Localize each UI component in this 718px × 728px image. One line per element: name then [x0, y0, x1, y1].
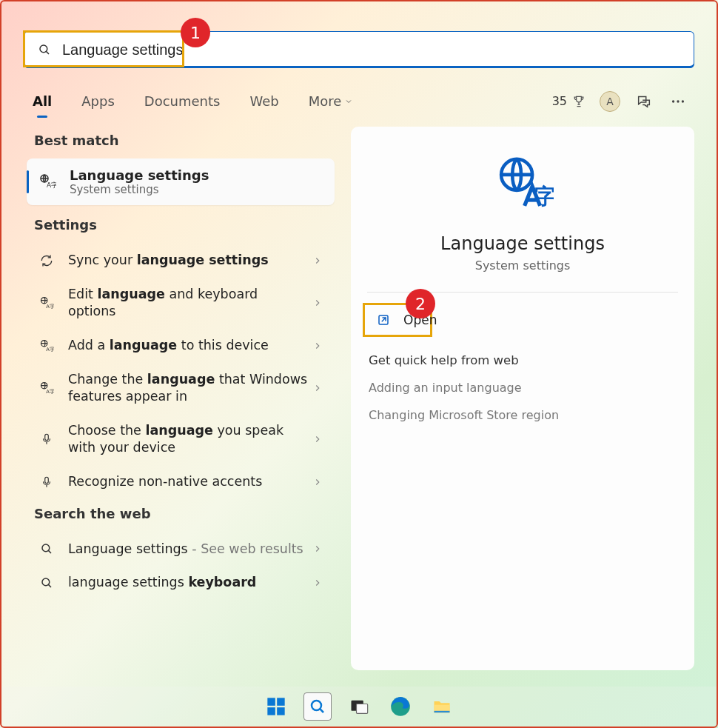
chevron-right-icon [312, 544, 323, 554]
chevron-right-icon [312, 477, 323, 487]
more-icon[interactable] [668, 91, 688, 112]
svg-text:A字: A字 [47, 181, 56, 189]
preview-title: Language settings [351, 233, 694, 254]
chevron-right-icon [312, 578, 323, 588]
tab-documents[interactable]: Documents [141, 89, 224, 113]
svg-rect-36 [435, 711, 450, 712]
search-icon [38, 541, 55, 557]
svg-rect-33 [357, 704, 368, 714]
chevron-right-icon [312, 383, 323, 393]
tabs-row: All Apps Documents Web More 35 A [24, 89, 694, 113]
help-link-store-region[interactable]: Changing Microsoft Store region [369, 408, 694, 422]
avatar[interactable]: A [600, 91, 620, 112]
search-bar[interactable] [24, 31, 694, 68]
language-settings-icon: A字 [38, 173, 58, 192]
web-result-1[interactable]: Language settings - See web results [27, 533, 335, 566]
sync-icon [38, 253, 55, 269]
setting-add-language[interactable]: A字 Add a language to this device [27, 330, 335, 362]
svg-point-19 [42, 578, 50, 586]
svg-rect-26 [267, 698, 275, 706]
annotation-badge-1: 1 [181, 18, 210, 47]
setting-edit-language[interactable]: A字 Edit language and keyboard options [27, 278, 335, 328]
best-match-title: Language settings [70, 167, 209, 183]
svg-rect-13 [45, 435, 49, 441]
language-icon: A字 [38, 380, 55, 396]
svg-text:A字: A字 [46, 389, 54, 395]
search-highlight [23, 30, 184, 67]
svg-text:A字: A字 [46, 304, 54, 310]
rewards-points[interactable]: 35 [552, 94, 586, 109]
chevron-right-icon [312, 341, 323, 351]
taskbar-edge[interactable] [386, 692, 415, 721]
preview-panel: 2 字 Language settings System settings [351, 127, 694, 670]
section-best-match: Best match [24, 127, 338, 158]
preview-subtitle: System settings [351, 258, 694, 273]
svg-point-17 [42, 544, 50, 552]
svg-rect-15 [45, 477, 49, 483]
chevron-right-icon [312, 298, 323, 308]
annotation-badge-2: 2 [406, 289, 435, 318]
help-link-input-language[interactable]: Adding an input language [369, 381, 694, 395]
svg-point-30 [312, 701, 321, 710]
microphone-icon [38, 431, 55, 447]
taskbar [1, 687, 717, 727]
tab-all[interactable]: All [30, 89, 55, 113]
web-result-2[interactable]: language settings keyboard [27, 567, 335, 599]
svg-line-31 [320, 709, 323, 712]
best-match-item[interactable]: A字 Language settings System settings [27, 158, 335, 205]
svg-line-25 [382, 318, 386, 321]
tab-more[interactable]: More [306, 89, 357, 113]
chevron-right-icon [312, 256, 323, 266]
open-external-icon [377, 313, 390, 327]
svg-point-3 [677, 100, 679, 102]
svg-rect-29 [277, 707, 285, 715]
language-icon: A字 [38, 295, 55, 311]
svg-rect-27 [277, 698, 285, 706]
section-settings: Settings [24, 211, 338, 243]
taskbar-taskview[interactable] [345, 692, 373, 721]
search-icon [38, 575, 55, 591]
tab-more-label: More [309, 93, 342, 109]
help-section-title: Get quick help from web [369, 353, 694, 367]
svg-rect-28 [267, 707, 275, 715]
points-value: 35 [552, 94, 567, 108]
chat-icon[interactable] [634, 91, 654, 112]
section-search-web: Search the web [24, 500, 338, 532]
language-icon: A字 [38, 338, 55, 354]
taskbar-search[interactable] [303, 692, 332, 721]
svg-point-2 [672, 100, 674, 102]
svg-point-4 [682, 100, 684, 102]
setting-sync-language[interactable]: Sync your language settings [27, 244, 335, 277]
microphone-icon [38, 474, 55, 490]
results-column: Best match A字 Language settings System s… [24, 127, 338, 670]
start-button[interactable] [262, 692, 290, 721]
svg-text:A字: A字 [46, 346, 54, 352]
chevron-down-icon [344, 97, 353, 106]
svg-line-20 [48, 584, 51, 587]
svg-line-18 [48, 551, 51, 554]
setting-recognize-accents[interactable]: Recognize non-native accents [27, 466, 335, 498]
tab-apps[interactable]: Apps [78, 89, 118, 113]
setting-change-language[interactable]: A字 Change the language that Windows feat… [27, 364, 335, 413]
taskbar-explorer[interactable] [428, 692, 456, 721]
search-panel: 1 All Apps Documents Web More 35 A [24, 31, 694, 670]
setting-choose-speech-language[interactable]: Choose the language you speak with your … [27, 415, 335, 464]
chevron-right-icon [312, 434, 323, 444]
trophy-icon [571, 94, 586, 109]
tab-web[interactable]: Web [246, 89, 281, 113]
best-match-sub: System settings [70, 183, 209, 196]
preview-icon: 字 [351, 153, 694, 216]
svg-text:字: 字 [534, 184, 554, 209]
